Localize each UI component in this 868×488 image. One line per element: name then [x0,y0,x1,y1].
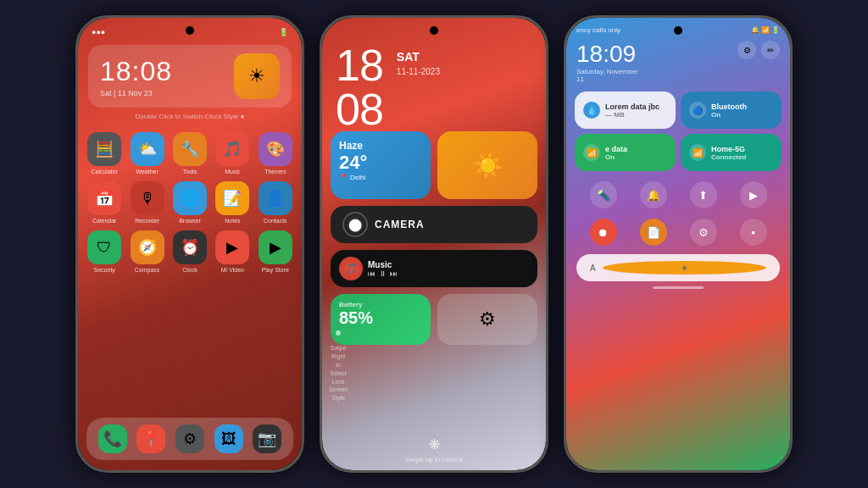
app-weather[interactable]: ⛅ Weather [129,132,164,175]
app-icon-browser: 🌐 [173,181,207,215]
app-icon-mi-video: ▶ [215,230,249,264]
quick-more-icon[interactable]: ▪ [740,219,767,246]
app-icon-music: 🎵 [215,132,249,166]
app-label-browser: Browser [179,218,201,224]
quick-record-icon[interactable]: ⏺ [590,219,617,246]
app-music[interactable]: 🎵 Music [214,132,250,175]
clock-widget[interactable]: 18:08 Sat | 11 Nov 23 ☀ [88,45,292,108]
quick-bell-icon[interactable]: 🔔 [640,181,667,208]
widget-weather[interactable]: Haze 24° 📍 Delhi [331,131,431,199]
search-a-icon: A [590,263,596,273]
app-icon-compass: 🧭 [131,230,164,264]
p3-status-left: ency calls only [576,26,620,34]
p3-search-bar[interactable]: A ☀ [576,254,780,281]
ctrl-wifi-sublabel: Connected [711,153,746,161]
p3-time: 18:09 [576,41,638,68]
app-icon-contacts: 👤 [259,181,292,215]
weather-widget-small[interactable]: ☀ [234,53,280,99]
quick-torch-icon[interactable]: 🔦 [590,181,617,208]
app-play-store[interactable]: ▶ Play Store [258,230,293,273]
app-icon-tools: 🔧 [173,132,207,166]
widget-music[interactable]: 🎵 Music ⏮⏸⏭ [331,250,537,287]
quick-settings-icon[interactable]: ⚙ [690,219,717,246]
weather-sun-icon: ☀ [603,261,766,274]
phone-3: ency calls only 🔔 📶 🔋 18:09 Saturday, No… [564,15,793,473]
quick-airdrop-icon[interactable]: ⬆ [690,181,717,208]
app-label-tools: Tools [183,169,197,175]
battery-pct: 85% [339,308,422,328]
app-label-weather: Weather [136,169,158,175]
app-icon-calculator: 🧮 [87,132,121,166]
music-label: Music [368,260,398,269]
app-clock[interactable]: ⏰ Clock [172,230,208,273]
quick-screen-icon[interactable]: ▶ [740,181,767,208]
app-contacts[interactable]: 👤 Contacts [258,181,293,224]
app-label-compass: Compass [135,267,160,273]
p3-date: Saturday, November [576,68,638,75]
icon-row-1: 🔦 🔔 ⬆ ▶ [566,176,790,214]
ctrl-data-icon: 💧 [583,102,600,119]
ctrl-edata-btn[interactable]: 📶 e data On [575,134,676,171]
dock-phone[interactable]: 📞 [98,424,127,453]
dock-icon-camera: 📷 [253,424,281,453]
widget-settings-btn[interactable]: ⚙ [437,294,537,345]
widget-camera[interactable]: ⬤ CAMERA [331,206,537,243]
punch-hole-2 [430,26,438,35]
app-notes[interactable]: 📝 Notes [214,181,250,224]
dock-icon-gallery: 🖼 [214,424,243,453]
phone-2: 18 08 SAT 11-11-2023 Haze 24° 📍 D [320,15,548,473]
ctrl-edata-sublabel: On [605,153,627,161]
home-indicator [653,286,704,289]
weather-temp: 24° [339,152,422,174]
dock-icon-phone: 📞 [98,424,127,453]
ctrl-bluetooth-btn[interactable]: 🔵 Bluetooth On [681,92,782,129]
app-icon-notes: 📝 [215,181,249,215]
app-icon-calendar: 📅 [87,181,121,215]
swipe-left-text: Swipe Right to Select Lock Screen Style [329,344,348,402]
app-compass[interactable]: 🧭 Compass [129,230,164,273]
app-icon-recorder: 🎙 [131,181,164,215]
clock-time: 18:08 [100,56,172,87]
widget-sun[interactable]: ☀️ [437,131,537,199]
punch-hole-1 [186,26,194,35]
app-icon-security: 🛡 [87,230,121,264]
dock-gallery[interactable]: 🖼 [214,424,243,453]
app-themes[interactable]: 🎨 Themes [258,132,293,175]
app-recorder[interactable]: 🎙 Recorder [129,181,164,224]
app-mi-video[interactable]: ▶ Mi Video [214,230,250,273]
swipe-up-text: Swipe up to Unlock [322,456,546,463]
ctrl-wifi-label: Home-5G [711,145,746,153]
app-calendar[interactable]: 📅 Calendar [86,181,122,224]
bottom-flower-icon: ❋ [322,436,546,452]
app-icon-play-store: ▶ [259,230,292,264]
ctrl-data-btn[interactable]: 💧 Lorem data jbc — MB [575,92,676,129]
clock-date: Sat | 11 Nov 23 [100,89,172,97]
app-label-themes: Themes [264,169,286,175]
p3-quick-icons: ⚙ ✏ [737,41,780,59]
p3-edit-icon[interactable]: ✏ [761,41,780,59]
music-controls[interactable]: ⏮⏸⏭ [368,269,398,278]
dock-maps[interactable]: 📍 [136,424,165,453]
app-label-clock: Clock [182,267,198,273]
dock-settings[interactable]: ⚙ [175,424,204,453]
ctrl-wifi-btn[interactable]: 📶 Home-5G Connected [681,134,782,171]
app-browser[interactable]: 🌐 Browser [172,181,208,224]
app-icon-themes: 🎨 [259,132,292,166]
icon-row-2: ⏺ 📄 ⚙ ▪ [566,214,790,251]
p3-gear-icon[interactable]: ⚙ [737,41,756,59]
app-security[interactable]: 🛡 Security [86,230,122,273]
app-tools[interactable]: 🔧 Tools [172,132,208,175]
app-calculator[interactable]: 🧮 Calculator [86,132,122,175]
weather-city: Delhi [350,174,365,181]
dock-camera[interactable]: 📷 [253,424,281,453]
dock-icon-settings: ⚙ [175,424,204,453]
control-grid: 💧 Lorem data jbc — MB 🔵 Bluetooth On 📶 [566,86,790,176]
p2-time-hour: 18 [336,43,383,87]
p2-clock: 18 08 SAT 11-11-2023 [322,18,546,131]
punch-hole-3 [674,26,682,35]
weather-label: Haze [339,140,422,152]
ctrl-bluetooth-sublabel: On [711,111,747,119]
quick-file-icon[interactable]: 📄 [640,219,667,246]
app-label-play-store: Play Store [262,267,289,273]
camera-label: CAMERA [375,219,425,230]
